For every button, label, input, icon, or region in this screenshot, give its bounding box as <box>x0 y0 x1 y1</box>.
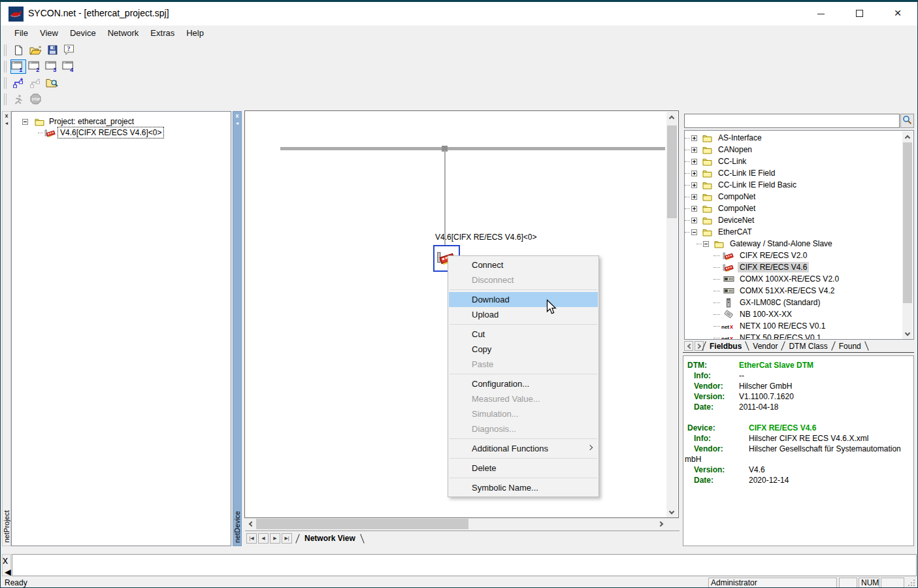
catalog-item[interactable]: COMX 100XX-RE/ECS V2.0 <box>686 273 841 285</box>
catalog-item[interactable]: CIFX RE/ECS V4.6 <box>686 261 809 273</box>
catalog-item-label[interactable]: COMX 100XX-RE/ECS V2.0 <box>738 274 841 284</box>
catalog-item-label[interactable]: CC-Link <box>716 156 748 167</box>
tab-next-icon[interactable]: ▶ <box>270 533 280 544</box>
maximize-button[interactable] <box>844 2 874 24</box>
scroll-thumb[interactable] <box>903 142 912 303</box>
catalog-item-label[interactable]: CANopen <box>716 144 754 155</box>
catalog-item[interactable]: DeviceNet <box>686 214 756 226</box>
catalog-item-label[interactable]: CC-Link IE Field <box>716 168 777 178</box>
help-button[interactable]: ? <box>61 43 77 57</box>
context-menu-symbolic-name[interactable]: Symbolic Name... <box>448 480 598 495</box>
scroll-down-icon[interactable] <box>666 507 677 517</box>
new-project-button[interactable] <box>10 43 26 57</box>
resize-grip-icon[interactable] <box>908 580 916 588</box>
scroll-down-icon[interactable] <box>902 329 913 339</box>
menu-extras[interactable]: Extras <box>144 25 180 42</box>
tab-last-icon[interactable]: ▶| <box>282 533 292 544</box>
catalog-item-label[interactable]: CIFX RE/ECS V4.6 <box>738 262 809 272</box>
menu-network[interactable]: Network <box>102 25 145 42</box>
catalog-scrollbar[interactable] <box>902 131 913 339</box>
output-close-icon[interactable]: x <box>3 555 8 566</box>
collapse-box-icon[interactable] <box>18 119 31 125</box>
expand-box-icon[interactable] <box>691 206 698 212</box>
catalog-item[interactable]: AS-Interface <box>686 132 764 144</box>
catalog-item-label[interactable]: DeviceNet <box>716 215 756 225</box>
save-project-button[interactable] <box>44 43 60 57</box>
context-menu-copy[interactable]: Copy <box>448 342 598 357</box>
context-menu-upload[interactable]: Upload <box>448 307 598 322</box>
catalog-tab-fieldbus[interactable]: Fieldbus <box>704 342 747 351</box>
netproject-collapse-icon[interactable]: ◄ <box>3 121 10 126</box>
menu-file[interactable]: File <box>8 25 34 42</box>
project-root-row[interactable]: Project: ethercat_project <box>18 116 136 127</box>
expand-box-icon[interactable] <box>691 147 698 153</box>
add-connection-button[interactable] <box>10 76 26 90</box>
scroll-left-icon[interactable] <box>245 519 255 529</box>
catalog-item[interactable]: CompoNet <box>686 191 757 203</box>
expand-box-icon[interactable] <box>691 218 698 223</box>
catalog-item[interactable]: netxNETX 100 RE/ECS V0.1 <box>686 320 827 332</box>
catalog-item-label[interactable]: Gateway / Stand-Alone Slave <box>728 238 834 249</box>
expand-box-icon[interactable] <box>691 159 698 165</box>
catalog-item-label[interactable]: GX-ILM08C (Standard) <box>738 297 822 308</box>
tab-first-icon[interactable]: |◀ <box>246 533 257 544</box>
netproject-close-icon[interactable]: x <box>3 113 10 119</box>
scroll-thumb[interactable] <box>256 519 468 529</box>
catalog-item[interactable]: CIFX RE/ECS V2.0 <box>686 250 809 261</box>
open-project-button[interactable] <box>27 43 43 57</box>
menu-help[interactable]: Help <box>180 25 210 42</box>
canvas-vertical-scrollbar[interactable] <box>666 112 678 517</box>
collapse-box-icon[interactable] <box>691 229 698 235</box>
device-catalog-button[interactable] <box>44 76 60 90</box>
minimize-button[interactable] <box>806 2 836 24</box>
catalog-item-label[interactable]: CC-Link IE Field Basic <box>716 180 798 190</box>
menu-view[interactable]: View <box>34 25 64 42</box>
expand-box-icon[interactable] <box>691 194 698 200</box>
catalog-item-label[interactable]: EtherCAT <box>716 227 754 237</box>
context-menu-configuration[interactable]: Configuration... <box>448 376 598 391</box>
catalog-item[interactable]: NB 100-XX-XX <box>686 308 794 320</box>
context-menu-download[interactable]: Download <box>449 292 598 307</box>
catalog-item-label[interactable]: NETX 50 RE/ECS V0.1 <box>738 333 823 340</box>
context-menu-cut[interactable]: Cut <box>448 327 598 342</box>
scroll-right-icon[interactable] <box>656 519 666 529</box>
catalog-item-label[interactable]: NETX 100 RE/ECS V0.1 <box>738 321 827 331</box>
netdevice-collapse-icon[interactable]: ◄ <box>233 121 241 126</box>
scroll-thumb[interactable] <box>667 125 677 218</box>
expand-box-icon[interactable] <box>691 171 698 176</box>
catalog-tab-found[interactable]: Found <box>834 342 866 351</box>
catalog-item-label[interactable]: CIFX RE/ECS V2.0 <box>738 250 809 261</box>
search-button[interactable] <box>900 114 914 128</box>
catalog-item[interactable]: CompoNet <box>686 203 757 214</box>
window-2-button[interactable]: 2 <box>27 59 43 74</box>
catalog-item[interactable]: CANopen <box>686 144 754 155</box>
collapse-box-icon[interactable] <box>702 241 710 247</box>
catalog-search-input[interactable] <box>684 114 900 128</box>
catalog-item[interactable]: CC-Link <box>686 155 748 167</box>
catalog-tab-dtm-class[interactable]: DTM Class <box>783 342 832 351</box>
scroll-up-icon[interactable] <box>902 131 913 142</box>
catalog-item[interactable]: CC-Link IE Field Basic <box>686 179 798 191</box>
project-device-row[interactable]: V4.6[CIFX RE/ECS V4.6]<0> <box>38 127 163 139</box>
menu-device[interactable]: Device <box>64 25 102 42</box>
tab-network-view[interactable]: Network View <box>297 531 363 546</box>
window-1-button[interactable]: 1 <box>10 59 26 74</box>
project-root-label[interactable]: Project: ethercat_project <box>47 116 136 127</box>
catalog-item[interactable]: GX-ILM08C (Standard) <box>686 297 822 308</box>
expand-box-icon[interactable] <box>691 182 698 188</box>
context-menu-connect[interactable]: Connect <box>448 257 598 272</box>
catalog-item-label[interactable]: CompoNet <box>716 191 757 202</box>
window-4-button[interactable]: 4 <box>61 59 77 74</box>
context-menu-delete[interactable]: Delete <box>448 461 598 476</box>
expand-box-icon[interactable] <box>691 135 698 141</box>
project-device-label[interactable]: V4.6[CIFX RE/ECS V4.6]<0> <box>58 127 163 138</box>
catalog-item-label[interactable]: AS-Interface <box>716 133 764 143</box>
catalog-item[interactable]: CC-Link IE Field <box>686 167 777 179</box>
catalog-item-label[interactable]: COMX 51XX-RE/ECS V4.2 <box>738 286 836 296</box>
catalog-item[interactable]: COMX 51XX-RE/ECS V4.2 <box>686 285 836 297</box>
tab-network-view-label[interactable]: Network View <box>304 534 355 543</box>
window-3-button[interactable]: 3 <box>44 59 60 74</box>
context-menu-additional-functions[interactable]: Additional Functions <box>448 441 598 456</box>
catalog-item[interactable]: EtherCAT <box>686 226 754 238</box>
catalog-item[interactable]: Gateway / Stand-Alone Slave <box>686 238 834 250</box>
